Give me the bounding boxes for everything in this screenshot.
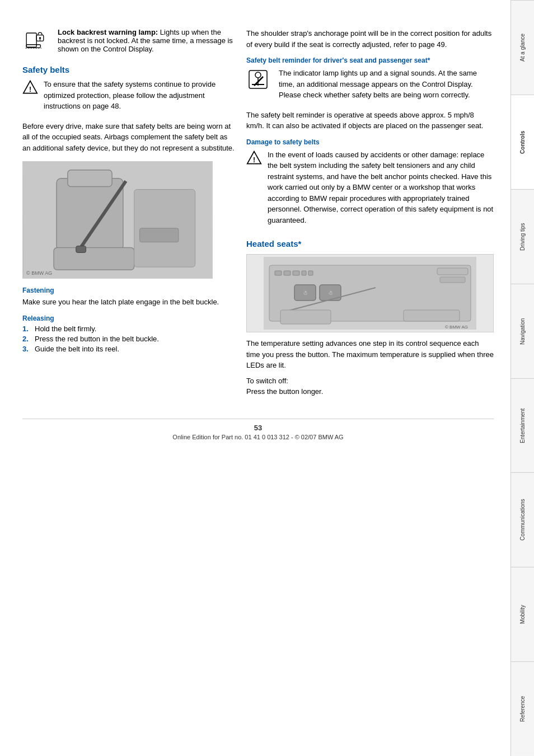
sidebar-tab-entertainment[interactable]: Entertainment bbox=[511, 378, 534, 473]
sidebar-tab-mobility[interactable]: Mobility bbox=[511, 567, 534, 661]
safety-belts-warning-text: To ensure that the safety systems contin… bbox=[44, 79, 235, 112]
sidebar-tab-reference[interactable]: Reference bbox=[511, 661, 534, 756]
sidebar-tab-communications[interactable]: Communications bbox=[511, 472, 534, 567]
heated-seats-switch-off: To switch off: Press the button longer. bbox=[246, 375, 494, 397]
car-seat-belt-image: © BMW AG bbox=[22, 161, 213, 279]
svg-rect-10 bbox=[54, 248, 134, 270]
main-content: Lock backrest warning lamp: Lights up wh… bbox=[0, 0, 510, 756]
damage-warning-icon-area: ! bbox=[246, 150, 264, 167]
safety-belts-para1: Before every drive, make sure that safet… bbox=[22, 121, 235, 154]
svg-text:☃: ☃ bbox=[303, 289, 308, 296]
chapter-sidebar: At a glance Controls Driving tips Naviga… bbox=[510, 0, 534, 756]
damage-warning-block: ! In the event of loads caused by accide… bbox=[246, 149, 494, 231]
damage-heading: Damage to safety belts bbox=[246, 138, 494, 146]
belt-reminder-para2: The safety belt reminder is operative at… bbox=[246, 110, 494, 132]
safety-belts-heading: Safety belts bbox=[22, 65, 235, 74]
car-interior-svg bbox=[23, 162, 212, 278]
svg-rect-27 bbox=[293, 271, 299, 275]
heated-seats-svg: ☃ ☃ © BMW AG bbox=[247, 257, 493, 330]
lock-backrest-text: Lock backrest warning lamp: Lights up wh… bbox=[58, 28, 235, 53]
page-number: 53 bbox=[22, 424, 494, 432]
lock-backrest-section: Lock backrest warning lamp: Lights up wh… bbox=[22, 28, 235, 55]
indicator-icon-area bbox=[246, 68, 274, 93]
heated-seats-heading: Heated seats* bbox=[246, 239, 494, 248]
sidebar-tab-controls[interactable]: Controls bbox=[511, 95, 534, 189]
svg-point-17 bbox=[255, 72, 261, 78]
lock-backrest-icon-area bbox=[22, 28, 53, 55]
belt-reminder-heading: Safety belt reminder for driver's seat a… bbox=[246, 57, 494, 64]
safety-belts-warning: ! To ensure that the safety systems cont… bbox=[22, 79, 235, 116]
svg-rect-0 bbox=[26, 33, 36, 47]
warning-icon-area: ! bbox=[22, 79, 40, 97]
svg-text:☃: ☃ bbox=[328, 289, 333, 296]
svg-point-3 bbox=[39, 37, 41, 39]
shoulder-strap-para: The shoulder strap's anchorage point wil… bbox=[246, 28, 494, 50]
belt-indicator-icon bbox=[246, 68, 270, 91]
svg-rect-11 bbox=[68, 170, 112, 187]
svg-text:© BMW AG: © BMW AG bbox=[445, 325, 468, 330]
fastening-text: Make sure you hear the latch plate engag… bbox=[22, 297, 235, 308]
heated-seats-image: ☃ ☃ © BMW AG bbox=[246, 254, 494, 332]
svg-rect-37 bbox=[280, 310, 331, 324]
svg-rect-28 bbox=[302, 271, 306, 275]
releasing-step-1: 1. Hold the belt firmly. bbox=[22, 325, 235, 333]
svg-rect-26 bbox=[284, 271, 291, 275]
car-belt-simulation: © BMW AG bbox=[23, 162, 212, 278]
releasing-steps-list: 1. Hold the belt firmly. 2. Press the re… bbox=[22, 325, 235, 353]
step-num-3: 3. bbox=[22, 345, 31, 353]
svg-rect-29 bbox=[308, 271, 313, 275]
svg-rect-38 bbox=[404, 310, 460, 321]
releasing-heading: Releasing bbox=[22, 314, 235, 322]
belt-reminder-text: The indicator lamp lights up and a signa… bbox=[279, 68, 494, 105]
indicator-block: The indicator lamp lights up and a signa… bbox=[246, 68, 494, 105]
left-column: Lock backrest warning lamp: Lights up wh… bbox=[22, 28, 235, 402]
switch-off-text: Press the button longer. bbox=[246, 387, 323, 396]
svg-text:!: ! bbox=[29, 86, 31, 93]
sidebar-tab-at-a-glance[interactable]: At a glance bbox=[511, 0, 534, 95]
releasing-step-2: 2. Press the red button in the belt buck… bbox=[22, 335, 235, 343]
page-footer: 53 Online Edition for Part no. 01 41 0 0… bbox=[22, 419, 494, 440]
fastening-heading: Fastening bbox=[22, 287, 235, 294]
sidebar-tab-driving-tips[interactable]: Driving tips bbox=[511, 189, 534, 284]
svg-rect-15 bbox=[140, 228, 179, 242]
damage-warning-triangle-icon: ! bbox=[246, 150, 262, 166]
step-text-1: Hold the belt firmly. bbox=[35, 325, 96, 333]
svg-text:!: ! bbox=[253, 156, 255, 163]
step-num-2: 2. bbox=[22, 335, 31, 343]
releasing-step-3: 3. Guide the belt into its reel. bbox=[22, 345, 235, 353]
step-text-3: Guide the belt into its reel. bbox=[35, 345, 119, 353]
svg-rect-30 bbox=[437, 268, 468, 275]
sidebar-tab-navigation[interactable]: Navigation bbox=[511, 284, 534, 378]
footer-text: Online Edition for Part no. 01 41 0 013 … bbox=[172, 434, 343, 440]
right-column: The shoulder strap's anchorage point wil… bbox=[246, 28, 494, 402]
svg-rect-25 bbox=[275, 271, 282, 275]
svg-rect-9 bbox=[57, 179, 123, 251]
step-num-1: 1. bbox=[22, 325, 31, 333]
warning-triangle-icon: ! bbox=[22, 79, 38, 95]
lock-backrest-icon bbox=[22, 28, 48, 53]
lock-backrest-label: Lock backrest warning lamp: bbox=[58, 28, 158, 36]
switch-off-label: To switch off: bbox=[246, 377, 288, 385]
svg-rect-31 bbox=[440, 277, 465, 283]
heated-seats-para1: The temperature setting advances one ste… bbox=[246, 338, 494, 371]
belt-reminder-para1: The indicator lamp lights up and a signa… bbox=[279, 68, 494, 101]
svg-rect-13 bbox=[76, 246, 86, 253]
car-image-caption: © BMW AG bbox=[26, 270, 52, 276]
damage-warning-text: In the event of loads caused by accident… bbox=[268, 149, 494, 226]
step-text-2: Press the red button in the belt buckle. bbox=[35, 335, 159, 343]
